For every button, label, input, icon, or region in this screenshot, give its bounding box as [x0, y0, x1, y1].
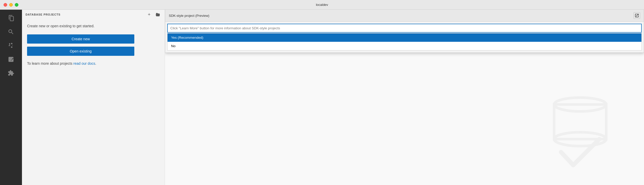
close-button[interactable]	[4, 3, 7, 7]
open-project-button[interactable]	[154, 11, 161, 18]
dropdown-list: Yes (Recommended) No	[167, 33, 642, 50]
magnify-icon	[8, 29, 14, 35]
titlebar-title: localdev	[316, 3, 328, 7]
activity-bar	[0, 10, 22, 185]
sidebar-item-source-control[interactable]	[5, 39, 17, 52]
open-existing-button[interactable]: Open existing	[27, 47, 134, 56]
side-panel-content: Create new or open existing to get start…	[22, 19, 165, 185]
main-content: SDK-style project (Preview) Yes (Recomme…	[165, 10, 644, 185]
copy-icon	[8, 15, 14, 21]
sidebar-item-run-debug[interactable]	[5, 53, 17, 66]
minimize-button[interactable]	[9, 3, 13, 7]
maximize-button[interactable]	[15, 3, 18, 7]
create-new-button[interactable]: Create new	[27, 34, 134, 44]
learn-more-suffix: .	[95, 61, 96, 65]
app-container: DATABASE PROJECTS + Create new or open e…	[0, 10, 644, 185]
side-panel: DATABASE PROJECTS + Create new or open e…	[22, 10, 165, 185]
watermark-icon	[537, 87, 624, 174]
dialog: SDK-style project (Preview) Yes (Recomme…	[165, 10, 644, 53]
extensions-icon	[8, 70, 14, 76]
add-project-button[interactable]: +	[146, 11, 152, 18]
traffic-lights	[4, 3, 18, 7]
side-panel-header: DATABASE PROJECTS +	[22, 10, 165, 19]
run-debug-icon	[8, 56, 14, 63]
external-link-button[interactable]	[634, 12, 640, 19]
dialog-titlebar: SDK-style project (Preview)	[165, 10, 644, 22]
titlebar: localdev	[0, 0, 644, 10]
sidebar-item-explorer[interactable]	[5, 12, 17, 24]
side-panel-title: DATABASE PROJECTS	[26, 13, 146, 16]
side-panel-actions: +	[146, 11, 161, 18]
dropdown-option-yes[interactable]: Yes (Recommended)	[168, 33, 641, 42]
read-docs-link[interactable]: read our docs	[73, 61, 95, 65]
sidebar-item-extensions[interactable]	[5, 67, 17, 80]
sidebar-item-search[interactable]	[5, 25, 17, 38]
dialog-title: SDK-style project (Preview)	[169, 14, 209, 18]
dialog-body: Yes (Recommended) No	[165, 22, 644, 50]
sdk-style-input[interactable]	[167, 24, 642, 33]
learn-more-text: To learn more about projects read our do…	[27, 61, 161, 66]
dialog-input-wrapper	[165, 22, 644, 33]
dropdown-option-no[interactable]: No	[168, 42, 641, 50]
description-text: Create new or open existing to get start…	[27, 23, 161, 29]
branch-icon	[8, 42, 14, 49]
learn-more-prefix: To learn more about projects	[27, 61, 73, 65]
folder-open-icon	[156, 12, 160, 17]
watermark	[537, 87, 624, 175]
external-link-icon	[635, 14, 639, 17]
